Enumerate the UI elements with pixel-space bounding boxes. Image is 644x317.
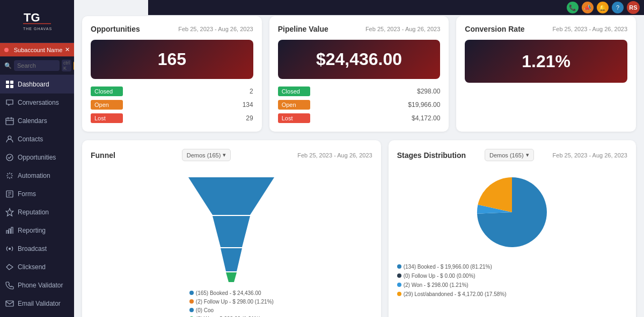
sidebar-item-label: Calendars — [18, 117, 47, 125]
svg-rect-5 — [10, 81, 13, 84]
sidebar-item-label: Dashboard — [18, 81, 49, 88]
pipeline-date: Feb 25, 2023 - Aug 26, 2023 — [365, 26, 440, 32]
sidebar-item-contacts[interactable]: Contacts — [0, 130, 74, 148]
opportunities-value: 165 — [158, 49, 186, 69]
sidebar-item-label: Forms — [18, 190, 36, 198]
sidebar-item-random[interactable]: Random — [0, 313, 74, 317]
stages-date: Feb 25, 2023 - Aug 26, 2023 — [553, 152, 627, 158]
sidebar-item-calendars[interactable]: Calendars — [0, 112, 74, 130]
email-validator-icon — [5, 299, 14, 308]
stat-row-closed: Closed 2 — [91, 87, 253, 96]
funnel-date: Feb 25, 2023 - Aug 26, 2023 — [297, 152, 372, 158]
reputation-icon — [5, 208, 14, 217]
pipeline-count-open: $19,966.00 — [408, 101, 440, 109]
legend-item-3: (2) Won - $ 298.00 (1.21%) — [189, 315, 274, 317]
main-content: Opportunities Feb 25, 2023 - Aug 26, 202… — [74, 0, 644, 317]
stages-filter-dropdown[interactable]: Demos (165) ▾ — [485, 149, 534, 161]
stat-row-lost: Lost 29 — [91, 113, 253, 123]
search-shortcut: ctrl K — [62, 60, 71, 71]
sidebar-item-broadcast[interactable]: Broadcast — [0, 240, 74, 258]
sidebar-item-phone-validator[interactable]: Phone Validator — [0, 276, 74, 294]
pipeline-title: Pipeline Value — [278, 25, 328, 33]
sidebar-item-forms[interactable]: Forms — [0, 185, 74, 203]
subaccount-chevron: ✕ — [65, 46, 70, 53]
sidebar-logo: TG THE GHAVAS — [0, 0, 74, 43]
broadcast-icon — [5, 244, 14, 253]
stages-panel-header: Stages Distribution Demos (165) ▾ Feb 25… — [397, 149, 627, 161]
pie-legend: (134) Booked - $ 19,966.00 (81.21%) (0) … — [397, 262, 507, 299]
svg-rect-4 — [6, 81, 9, 84]
stat-row-open: Open 134 — [91, 100, 253, 110]
conversion-card: Conversion Rate Feb 25, 2023 - Aug 26, 2… — [456, 16, 636, 132]
forms-icon — [5, 190, 14, 198]
pie-legend-item-3: (29) Lost/abandoned - $ 4,172.00 (17.58%… — [397, 290, 507, 299]
opportunities-card-header: Opportunities Feb 25, 2023 - Aug 26, 202… — [91, 25, 253, 33]
sidebar-item-label: Conversations — [18, 99, 59, 106]
sidebar-item-clicksend[interactable]: Clicksend — [0, 258, 74, 276]
pipeline-stat-closed: Closed $298.00 — [278, 87, 441, 96]
subaccount-dot — [4, 48, 9, 52]
conversations-icon — [5, 98, 14, 107]
stat-bar-open: Open — [91, 100, 123, 110]
funnel-panel: Funnel Demos (165) ▾ Feb 25, 2023 - Aug … — [82, 140, 381, 317]
pipeline-count-closed: $298.00 — [417, 88, 440, 95]
pipeline-count-lost: $4,172.00 — [412, 114, 440, 122]
legend-item-1: (2) Follow Up - $ 298.00 (1.21%) — [189, 298, 274, 306]
user-avatar[interactable]: RS — [627, 1, 640, 14]
automation-icon — [5, 171, 14, 180]
svg-rect-8 — [6, 118, 13, 125]
opportunities-stats: Closed 2 Open 134 Lost 29 — [91, 87, 253, 123]
sidebar-item-label: Contacts — [18, 135, 43, 143]
stat-count-open: 134 — [243, 101, 253, 109]
sidebar-item-label: Opportunities — [18, 154, 56, 161]
pie-chart-area: (134) Booked - $ 19,966.00 (81.21%) (0) … — [397, 167, 627, 299]
dashboard-icon — [5, 80, 14, 89]
svg-marker-18 — [6, 208, 13, 216]
sidebar-item-reporting[interactable]: Reporting — [0, 221, 74, 240]
stat-count-closed: 2 — [250, 88, 253, 95]
help-icon[interactable]: ? — [612, 2, 624, 13]
legend-item-2: (0) Coo — [189, 306, 274, 315]
funnel-legend: (165) Booked - $ 24,436.00 (2) Follow Up… — [189, 289, 274, 317]
stat-count-lost: 29 — [246, 114, 253, 122]
subaccount-bar[interactable]: Subaccount Name ✕ — [0, 43, 74, 56]
pipeline-value: $24,436.00 — [316, 49, 402, 69]
search-bar: 🔍 ctrl K ⚡ — [0, 56, 74, 75]
pipeline-bar-open: Open — [278, 100, 310, 110]
conversion-card-header: Conversion Rate Feb 25, 2023 - Aug 26, 2… — [465, 25, 627, 33]
phone-icon[interactable]: 📞 — [567, 2, 579, 13]
sidebar-item-opportunities[interactable]: Opportunities — [0, 148, 74, 167]
calendar-icon — [5, 117, 14, 125]
sidebar-item-conversations[interactable]: Conversations — [0, 93, 74, 112]
sidebar-item-label: Clicksend — [18, 263, 46, 271]
search-input[interactable] — [14, 60, 60, 71]
pipeline-value-box: $24,436.00 — [278, 40, 441, 79]
sidebar-item-reputation[interactable]: Reputation — [0, 203, 74, 221]
sidebar-item-automation[interactable]: Automation — [0, 167, 74, 185]
logo-image: TG THE GHAVAS — [21, 6, 53, 36]
svg-point-19 — [9, 248, 11, 250]
pipeline-bar-lost: Lost — [278, 113, 310, 123]
sidebar-item-label: Automation — [18, 172, 50, 179]
nav-section: Dashboard Conversations Calendars Contac… — [0, 75, 74, 317]
pipeline-card: Pipeline Value Feb 25, 2023 - Aug 26, 20… — [269, 16, 449, 132]
sidebar-item-label: Email Validator — [18, 300, 61, 307]
funnel-chart — [172, 172, 290, 285]
clicksend-icon — [5, 263, 14, 271]
stat-bar-lost: Lost — [91, 113, 123, 123]
svg-point-12 — [8, 136, 11, 139]
pipeline-bar-closed: Closed — [278, 87, 310, 96]
bell-icon[interactable]: 🔔 — [597, 2, 609, 13]
megaphone-icon[interactable]: 📣 — [582, 2, 594, 13]
funnel-filter-dropdown[interactable]: Demos (165) ▾ — [182, 149, 231, 161]
pie-legend-item-1: (0) Follow Up - $ 0.00 (0.00%) — [397, 271, 507, 280]
stages-filter-chevron: ▾ — [526, 152, 529, 158]
svg-text:THE GHAVAS: THE GHAVAS — [23, 27, 52, 31]
svg-marker-24 — [221, 248, 242, 271]
opportunities-card: Opportunities Feb 25, 2023 - Aug 26, 202… — [82, 16, 262, 132]
sidebar-item-dashboard[interactable]: Dashboard — [0, 75, 74, 93]
sidebar-item-email-validator[interactable]: Email Validator — [0, 294, 74, 313]
svg-marker-23 — [213, 216, 250, 247]
funnel-chart-area: (165) Booked - $ 24,436.00 (2) Follow Up… — [91, 167, 372, 317]
conversion-value-box: 1.21% — [465, 40, 627, 83]
